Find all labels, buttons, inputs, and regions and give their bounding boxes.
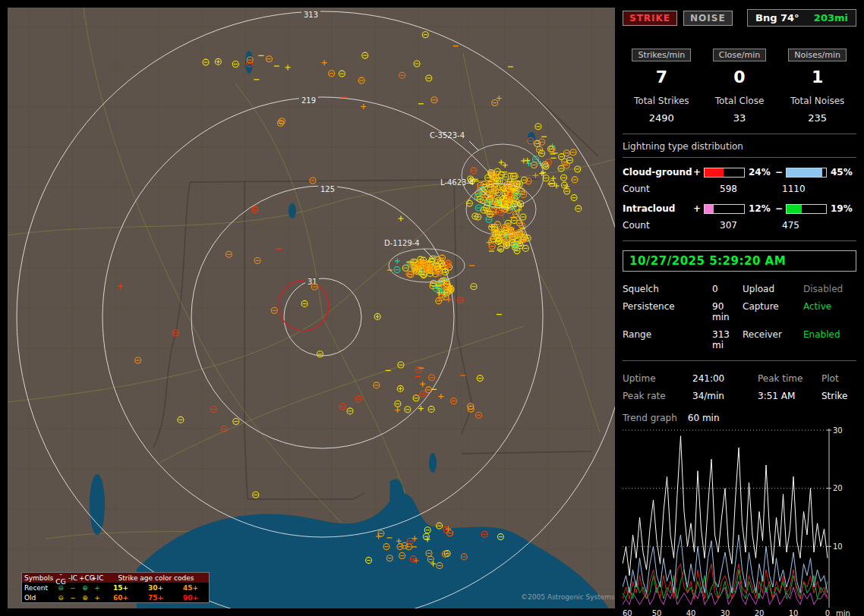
- uptime-label: Uptime: [623, 373, 692, 384]
- count-label: Count: [623, 220, 692, 231]
- persistence-label: Persistence: [623, 301, 712, 322]
- divider: [623, 360, 856, 361]
- total-noises-label: Total Noises: [778, 96, 856, 106]
- intracloud-count-row: Count 307 475: [623, 220, 856, 231]
- svg-text:L-4623-4: L-4623-4: [440, 178, 474, 187]
- svg-text:0: 0: [825, 609, 830, 616]
- total-strikes-value: 2490: [623, 112, 701, 124]
- capture-status: Active: [803, 301, 856, 322]
- squelch-value: 0: [712, 284, 743, 294]
- ic-pos-bar: [704, 204, 745, 214]
- uptime-value: 241:00: [692, 373, 758, 384]
- rates-row: Strikes/min 7 Close/min 0 Noises/min 1: [623, 46, 856, 86]
- totals-row: Total Strikes 2490 Total Close 33 Total …: [623, 96, 856, 124]
- cg-pos-pct: 24%: [747, 167, 774, 178]
- count-label: Count: [623, 184, 692, 194]
- close-per-min-label: Close/min: [713, 49, 766, 61]
- distance-value: 203mi: [814, 12, 848, 24]
- trend-graph-svg: 1020306050403020100min: [623, 427, 856, 616]
- legend-row: Recent⊖−⊕+15+30+45+: [22, 583, 209, 592]
- plot-label: Plot: [821, 373, 856, 384]
- noises-per-min-value: 1: [778, 68, 856, 86]
- intracloud-row: Intracloud + 12% − 19%: [623, 203, 856, 214]
- ic-pos-pct: 12%: [747, 203, 774, 214]
- map-legend: Symbols-CG-IC+CG+ICStrike age color code…: [21, 572, 210, 603]
- plus-sign: +: [692, 203, 702, 214]
- total-strikes: Total Strikes 2490: [623, 96, 701, 124]
- range-value: 313 mi: [712, 329, 743, 350]
- trend-label-row: Trend graph 60 min: [623, 413, 856, 423]
- svg-text:30: 30: [721, 609, 730, 616]
- ic-neg-count: 475: [755, 220, 799, 231]
- cg-pos-count: 598: [692, 184, 755, 194]
- persistence-value: 90 min: [712, 301, 743, 322]
- ic-neg-pct: 19%: [829, 203, 856, 214]
- close-per-min-value: 0: [701, 68, 779, 86]
- legend-header: Symbols-CG-IC+CG+ICStrike age color code…: [22, 573, 209, 583]
- cg-neg-bar: [786, 168, 827, 178]
- trend-window-value: 60 min: [688, 413, 720, 423]
- plot-value: Strike: [821, 391, 856, 401]
- plus-sign: +: [692, 167, 702, 178]
- total-close-value: 33: [701, 112, 779, 124]
- ic-neg-bar: [786, 204, 827, 214]
- close-per-min: Close/min 0: [701, 46, 779, 86]
- strikes-per-min-label: Strikes/min: [632, 49, 691, 61]
- total-noises: Total Noises 235: [778, 96, 856, 124]
- cg-neg-pct: 45%: [829, 167, 856, 178]
- svg-text:219: 219: [301, 96, 316, 105]
- noises-per-min: Noises/min 1: [778, 46, 856, 86]
- svg-text:50: 50: [652, 609, 662, 616]
- cloud-ground-count-row: Count 598 1110: [623, 184, 856, 194]
- lightning-map[interactable]: 31321912531C-3523-4L-4623-4D-1129-4: [8, 8, 615, 608]
- noises-per-min-label: Noises/min: [788, 49, 847, 61]
- strikes-per-min-value: 7: [623, 68, 701, 86]
- total-close-label: Total Close: [701, 96, 779, 106]
- trend-graph-label: Trend graph: [623, 413, 677, 423]
- svg-text:10: 10: [833, 542, 843, 551]
- cg-neg-count: 1110: [755, 184, 806, 194]
- divider: [623, 134, 856, 134]
- capture-label: Capture: [743, 301, 803, 322]
- bearing-value: Bng 74°: [755, 12, 799, 24]
- range-label: Range: [623, 329, 712, 350]
- top-toolbar: STRIKE NOISE Bng 74° 203mi: [623, 9, 856, 27]
- peak-time-label: Peak time: [758, 373, 821, 384]
- strike-button[interactable]: STRIKE: [623, 11, 677, 26]
- bearing-display: Bng 74° 203mi: [747, 9, 856, 27]
- lightning-map-area[interactable]: 31321912531C-3523-4L-4623-4D-1129-4 Symb…: [8, 8, 615, 608]
- svg-text:C-3523-4: C-3523-4: [430, 131, 465, 140]
- divider: [623, 240, 856, 241]
- svg-text:313: 313: [304, 11, 318, 19]
- copyright-text: ©2005 Astrogenic Systems: [521, 593, 615, 601]
- total-close: Total Close 33: [701, 96, 779, 124]
- svg-text:10: 10: [789, 609, 799, 616]
- svg-text:125: 125: [320, 185, 335, 193]
- uptime-grid: Uptime 241:00 Peak time Plot Peak rate 3…: [623, 373, 856, 401]
- cloud-ground-row: Cloud-ground + 24% − 45%: [623, 167, 856, 178]
- settings-grid: Squelch 0 Upload Disabled Persistence 90…: [623, 284, 856, 350]
- receiver-label: Receiver: [743, 329, 803, 350]
- peak-rate-label: Peak rate: [623, 391, 692, 401]
- svg-text:min: min: [836, 609, 850, 616]
- minus-sign: −: [774, 167, 784, 178]
- intracloud-label: Intracloud: [623, 203, 692, 214]
- peak-rate-value: 34/min: [692, 391, 758, 401]
- minus-sign: −: [774, 203, 784, 214]
- noise-button[interactable]: NOISE: [683, 11, 733, 26]
- strikes-per-min: Strikes/min 7: [623, 46, 701, 86]
- squelch-label: Squelch: [623, 284, 712, 294]
- peak-time-value: 3:51 AM: [758, 391, 821, 401]
- upload-status: Disabled: [803, 284, 856, 294]
- control-panel: STRIKE NOISE Bng 74° 203mi Strikes/min 7…: [616, 0, 864, 616]
- divider: [623, 157, 856, 158]
- svg-text:20: 20: [755, 609, 765, 616]
- datetime-display: 10/27/2025 5:29:20 AM: [623, 250, 856, 272]
- svg-text:40: 40: [686, 609, 696, 616]
- legend-row: Old⊖−⊕+60+75+90+: [22, 592, 209, 602]
- upload-label: Upload: [743, 284, 803, 294]
- svg-text:20: 20: [833, 484, 843, 492]
- receiver-status: Enabled: [803, 329, 856, 350]
- total-noises-value: 235: [778, 112, 856, 124]
- ic-pos-count: 307: [692, 220, 755, 231]
